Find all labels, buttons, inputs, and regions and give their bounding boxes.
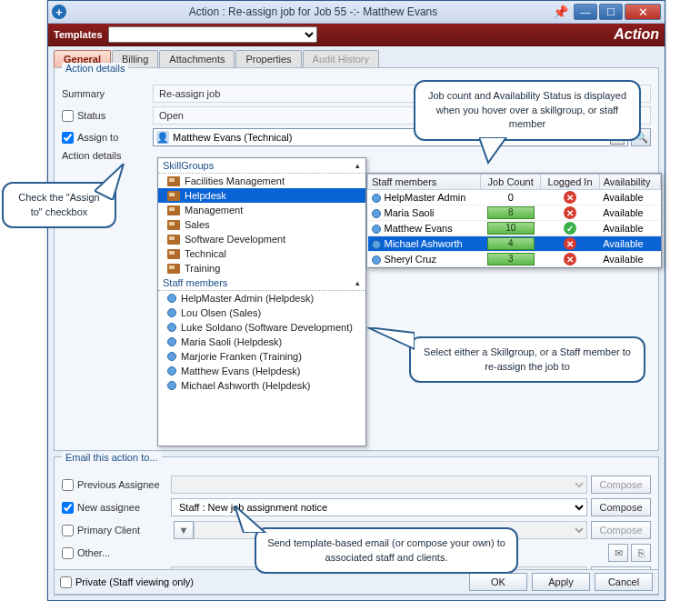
maximize-button[interactable]: ☐ bbox=[599, 4, 623, 20]
skillgroup-icon bbox=[167, 249, 180, 259]
staff-name: Lou Olsen (Sales) bbox=[181, 307, 261, 318]
skillgroup-item[interactable]: Training bbox=[158, 261, 365, 275]
flyout-jobcount: 3 bbox=[480, 252, 540, 267]
flyout-name: Maria Saoli bbox=[385, 207, 435, 218]
flyout-row[interactable]: Maria Saoli8✕Available bbox=[368, 205, 661, 221]
person-icon bbox=[167, 323, 176, 332]
compose-primary-button: Compose bbox=[591, 521, 651, 539]
primary-client-checkbox[interactable] bbox=[62, 525, 74, 536]
summary-label: Summary bbox=[62, 88, 153, 99]
staff-name: Matthew Evans (Helpdesk) bbox=[181, 366, 300, 376]
prev-assignee-checkbox[interactable] bbox=[62, 479, 74, 491]
tab-properties[interactable]: Properties bbox=[235, 50, 301, 67]
prev-assignee-select bbox=[171, 476, 587, 494]
skillgroup-name: Software Development bbox=[185, 234, 285, 245]
col-availability[interactable]: Availability bbox=[599, 175, 660, 190]
private-label: Private (Staff viewing only) bbox=[75, 576, 194, 587]
staff-members-header[interactable]: Staff members▴ bbox=[158, 275, 365, 291]
col-staff[interactable]: Staff members bbox=[368, 175, 481, 190]
skillgroup-name: Helpdesk bbox=[185, 190, 226, 201]
primary-client-label: Primary Client bbox=[77, 525, 140, 536]
other-checkbox[interactable] bbox=[62, 547, 74, 559]
other-icon-button-2[interactable]: ⎘ bbox=[631, 544, 651, 562]
staff-item[interactable]: Marjorie Franken (Training) bbox=[158, 349, 365, 364]
svg-marker-0 bbox=[479, 137, 506, 163]
staff-name: Michael Ashworth (Helpdesk) bbox=[181, 380, 310, 391]
skillgroup-item[interactable]: Helpdesk bbox=[158, 188, 365, 203]
staff-item[interactable]: Lou Olsen (Sales) bbox=[158, 306, 365, 320]
cross-icon: ✕ bbox=[564, 237, 576, 250]
person-icon bbox=[167, 294, 176, 303]
staff-flyout: Staff members Job Count Logged In Availa… bbox=[366, 173, 662, 268]
callout-hover-info: Job count and Availability Status is dis… bbox=[414, 80, 641, 141]
primary-client-toggle[interactable]: ▼ bbox=[174, 521, 194, 539]
staff-item[interactable]: Michael Ashworth (Helpdesk) bbox=[158, 378, 365, 393]
flyout-availability: Available bbox=[599, 221, 660, 236]
skillgroup-item[interactable]: Software Development bbox=[158, 232, 365, 246]
svg-marker-1 bbox=[95, 164, 124, 200]
person-icon bbox=[167, 337, 176, 346]
new-assignee-label: New assignee bbox=[77, 502, 140, 513]
tab-attachments[interactable]: Attachments bbox=[159, 50, 235, 67]
flyout-row[interactable]: Sheryl Cruz3✕Available bbox=[368, 252, 661, 267]
minimize-button[interactable]: — bbox=[574, 4, 597, 20]
assign-to-label: Assign to bbox=[77, 132, 118, 143]
skillgroups-header[interactable]: SkillGroups▴ bbox=[158, 158, 365, 174]
flyout-row[interactable]: Michael Ashworth4✕Available bbox=[368, 236, 661, 252]
col-jobcount[interactable]: Job Count bbox=[480, 175, 540, 190]
staff-name: Maria Saoli (Helpdesk) bbox=[181, 336, 282, 347]
status-label: Status bbox=[77, 110, 105, 121]
assign-to-checkbox[interactable] bbox=[62, 132, 74, 144]
skillgroup-item[interactable]: Management bbox=[158, 203, 365, 217]
skillgroup-icon bbox=[167, 205, 180, 215]
person-icon bbox=[167, 352, 176, 361]
staff-item[interactable]: Maria Saoli (Helpdesk) bbox=[158, 335, 365, 349]
flyout-availability: Available bbox=[599, 252, 660, 267]
flyout-loggedin: ✕ bbox=[541, 236, 599, 252]
person-icon bbox=[372, 255, 381, 265]
close-button[interactable]: ✕ bbox=[625, 4, 661, 20]
new-assignee-select[interactable]: Staff : New job assignment notice bbox=[171, 498, 587, 516]
skillgroup-name: Sales bbox=[185, 219, 210, 230]
other-label: Other... bbox=[77, 547, 110, 558]
callout-assign-checkbox: Check the "Assign to" checkbox bbox=[2, 182, 116, 228]
cancel-button[interactable]: Cancel bbox=[595, 573, 653, 591]
skillgroup-icon bbox=[167, 235, 180, 245]
compose-prev-button: Compose bbox=[591, 476, 651, 494]
flyout-row[interactable]: Matthew Evans10✓Available bbox=[368, 221, 661, 236]
window-title: Action : Re-assign job for Job 55 -:- Ma… bbox=[74, 5, 553, 18]
private-checkbox[interactable] bbox=[60, 576, 72, 588]
flyout-availability: Available bbox=[599, 236, 660, 252]
other-icon-button-1[interactable]: ✉ bbox=[608, 544, 628, 562]
titlebar: + Action : Re-assign job for Job 55 -:- … bbox=[48, 1, 665, 24]
cross-icon: ✕ bbox=[564, 191, 576, 204]
flyout-loggedin: ✓ bbox=[541, 221, 599, 236]
collapse-icon[interactable]: ▴ bbox=[355, 278, 360, 287]
apply-button[interactable]: Apply bbox=[532, 573, 590, 591]
flyout-row[interactable]: HelpMaster Admin0✕Available bbox=[368, 190, 661, 205]
skillgroup-icon bbox=[167, 176, 180, 186]
skillgroup-item[interactable]: Facilities Management bbox=[158, 174, 365, 188]
new-icon[interactable]: + bbox=[52, 5, 66, 19]
status-checkbox[interactable] bbox=[62, 110, 74, 122]
ok-button[interactable]: OK bbox=[469, 573, 527, 591]
staff-item[interactable]: HelpMaster Admin (Helpdesk) bbox=[158, 291, 365, 306]
col-loggedin[interactable]: Logged In bbox=[541, 175, 599, 190]
staff-item[interactable]: Luke Soldano (Software Development) bbox=[158, 320, 365, 335]
flyout-jobcount: 8 bbox=[480, 205, 540, 221]
staff-item[interactable]: Matthew Evans (Helpdesk) bbox=[158, 364, 365, 378]
collapse-icon[interactable]: ▴ bbox=[355, 161, 360, 170]
skillgroup-item[interactable]: Technical bbox=[158, 246, 365, 261]
pin-icon[interactable]: 📌 bbox=[553, 5, 568, 19]
new-assignee-checkbox[interactable] bbox=[62, 502, 74, 514]
flyout-name: Matthew Evans bbox=[385, 223, 453, 234]
skillgroup-name: Training bbox=[185, 263, 220, 274]
person-icon: 👤 bbox=[156, 131, 169, 144]
svg-marker-2 bbox=[367, 327, 415, 349]
skillgroup-icon bbox=[167, 220, 180, 230]
person-icon bbox=[167, 381, 176, 390]
templates-select[interactable] bbox=[108, 26, 317, 43]
person-icon bbox=[167, 308, 176, 317]
compose-new-button[interactable]: Compose bbox=[591, 498, 651, 516]
skillgroup-item[interactable]: Sales bbox=[158, 217, 365, 232]
